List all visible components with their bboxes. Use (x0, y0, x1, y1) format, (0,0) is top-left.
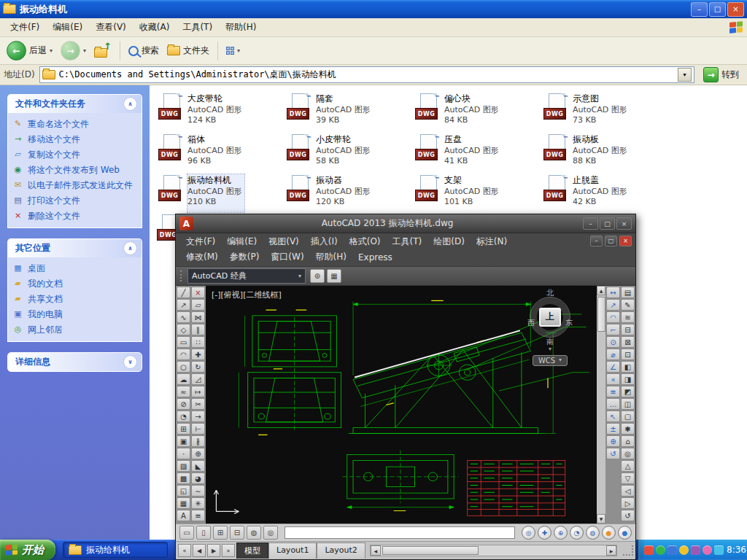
status-polar-tracking[interactable]: ◍ (247, 526, 261, 540)
taskbar-item-folder[interactable]: 振动给料机 (63, 542, 168, 558)
sidebar-item-my-documents[interactable]: ▰ 我的文档 (12, 279, 137, 289)
draw-create-block[interactable]: ▣ (177, 435, 190, 447)
status-ortho-mode[interactable]: ⊟ (230, 526, 244, 540)
modify-blend-curves[interactable]: ∼ (191, 485, 205, 497)
modify-mirror[interactable]: ⋈ (191, 311, 205, 323)
style-layer-states[interactable]: ⊟ (621, 324, 635, 335)
status-snap-mode[interactable]: ▯ (196, 526, 211, 540)
viewcube-top-face[interactable]: 上 (539, 308, 561, 327)
modify-trim[interactable]: ✂ (191, 398, 205, 410)
modify-join[interactable]: ⊕ (191, 448, 205, 459)
style-dim-style[interactable]: ◫ (621, 398, 635, 410)
scroll-right-button[interactable]: ▶ (606, 545, 616, 556)
layout-tab-nav-button[interactable]: ◀ (193, 544, 206, 557)
acad-menu-item[interactable]: 标注(N) (471, 234, 513, 249)
dim-dim-ordinate[interactable]: ⌐ (606, 324, 620, 335)
nav-isolate-objects[interactable]: ● (602, 526, 616, 540)
menu-item[interactable]: 查看(V) (90, 19, 132, 36)
modify-extend[interactable]: → (191, 411, 205, 422)
viewcube-ring[interactable]: 西 上 东 (530, 298, 570, 337)
dim-dim-diameter[interactable]: ⌀ (606, 349, 620, 360)
style-mleader-style[interactable]: ✱ (621, 423, 635, 435)
acad-menu-item[interactable]: 参数(P) (224, 249, 266, 265)
menu-item[interactable]: 帮助(H) (220, 19, 262, 36)
draw-circle[interactable]: ○ (177, 361, 190, 373)
tray-icon[interactable] (679, 545, 689, 555)
scroll-track[interactable] (381, 545, 606, 556)
acad-menu-item[interactable]: 工具(T) (387, 234, 428, 249)
draw-ellipse[interactable]: ⊘ (177, 398, 190, 410)
draw-arc[interactable]: ◠ (177, 349, 190, 360)
draw-revision-cloud[interactable]: ☁ (177, 373, 190, 385)
draw-spline[interactable]: ≈ (177, 386, 190, 397)
style-materials[interactable]: ↺ (621, 510, 635, 521)
clock[interactable]: 8:36 (727, 545, 746, 555)
file-tile[interactable]: ™ DWG 箱体 AutoCAD 图形 96 KB (157, 132, 285, 173)
explorer-minimize-button[interactable]: – (691, 2, 708, 17)
scroll-left-button[interactable]: ◀ (371, 545, 381, 556)
dim-dim-arc-length[interactable]: ◠ (606, 311, 620, 323)
acad-menu-item[interactable]: 窗口(W) (265, 249, 309, 265)
search-button[interactable]: 搜索 (126, 43, 161, 58)
style-layers[interactable]: ≋ (621, 311, 635, 323)
tray-icon[interactable] (644, 545, 654, 555)
modify-erase[interactable]: × (191, 287, 205, 298)
scroll-down-button[interactable]: ▼ (597, 514, 605, 524)
status-object-snap[interactable]: ◎ (263, 526, 278, 540)
file-tile[interactable]: ™ DWG 压盘 AutoCAD 图形 41 KB (414, 132, 542, 173)
acad-doc-minimize-button[interactable]: – (590, 236, 603, 246)
file-tile[interactable]: ™ DWG 偏心块 AutoCAD 图形 84 KB (414, 91, 542, 132)
command-line-input[interactable] (285, 526, 515, 539)
nav-steering-wheel[interactable]: ◎ (522, 526, 535, 540)
style-match-properties[interactable]: ✎ (621, 299, 635, 311)
forward-caret[interactable]: ▾ (83, 47, 86, 54)
sidebar-item-desktop[interactable]: ▦ 桌面 (12, 263, 137, 274)
modify-break-at-point[interactable]: ⊢ (191, 423, 205, 435)
draw-hatch[interactable]: ▨ (177, 460, 190, 472)
details-header[interactable]: 详细信息 ∨ (7, 352, 142, 372)
acad-maximize-button[interactable]: □ (600, 217, 615, 230)
collapse-chevron-icon[interactable]: ∧ (123, 241, 137, 255)
draw-construction-line[interactable]: ↗ (177, 299, 190, 311)
acad-menu-item[interactable]: 绘图(D) (427, 234, 471, 249)
sidebar-item-my-computer[interactable]: ▣ 我的电脑 (12, 309, 137, 320)
acad-doc-close-button[interactable]: × (619, 236, 632, 246)
status-infer-constraints[interactable]: ▭ (179, 526, 194, 540)
autocad-titlebar[interactable]: A AutoCAD 2013 振动给料机.dwg – □ × (176, 214, 635, 233)
acad-workspace-settings[interactable]: ⊛ (310, 269, 325, 283)
acad-menu-item[interactable]: 编辑(E) (221, 234, 263, 249)
nav-show-motion[interactable]: ◍ (586, 526, 600, 540)
nav-pan[interactable]: ✚ (538, 526, 551, 540)
dim-dim-quick[interactable]: « (606, 373, 620, 385)
modify-array[interactable]: ∷ (191, 336, 205, 348)
acad-menu-item[interactable]: 文件(F) (180, 234, 221, 249)
file-tile[interactable]: ™ DWG 支架 AutoCAD 图形 101 KB (414, 173, 542, 214)
horizontal-scrollbar[interactable]: ◀ ▶ (370, 545, 617, 556)
draw-table[interactable]: ▦ (177, 497, 190, 509)
file-tile[interactable]: ™ DWG 振动器 AutoCAD 图形 120 KB (285, 173, 414, 214)
dim-dim-linear[interactable]: ↔ (606, 287, 620, 298)
modify-chamfer[interactable]: ◣ (191, 460, 205, 472)
acad-menu-item[interactable]: 帮助(H) (310, 249, 352, 265)
file-tile[interactable]: ™ DWG 止脱盖 AutoCAD 图形 42 KB (542, 173, 670, 214)
tray-icon[interactable] (667, 545, 677, 555)
sidebar-item-email-this-file[interactable]: ✉ 以电子邮件形式发送此文件 (12, 180, 137, 191)
viewcube[interactable]: 北 西 上 东 南 ▾ WCS ▾ (524, 289, 576, 366)
menu-item[interactable]: 文件(F) (4, 19, 45, 36)
sidebar-item-publish-to-web[interactable]: ◉ 将这个文件发布到 Web (12, 165, 137, 176)
sidebar-item-print-this-file[interactable]: ▤ 打印这个文件 (12, 195, 137, 206)
menu-item[interactable]: 工具(T) (177, 19, 218, 36)
nav-zoom[interactable]: ⊕ (554, 526, 568, 540)
viewport-controls-label[interactable]: [-][俯视][二维线框] (212, 289, 282, 300)
tray-icon[interactable] (656, 545, 665, 555)
wcs-dropdown[interactable]: WCS ▾ (533, 355, 568, 366)
drawing-canvas[interactable]: [-][俯视][二维线框] 北 西 上 东 南 ▾ WCS ▾ (206, 286, 597, 524)
file-tile[interactable]: ™ DWG 隔套 AutoCAD 图形 39 KB (285, 91, 414, 132)
modify-scale[interactable]: ◿ (191, 373, 205, 385)
dim-dim-continue[interactable]: … (606, 398, 620, 410)
modify-rotate[interactable]: ↻ (191, 361, 205, 373)
draw-line[interactable]: ╱ (177, 287, 190, 298)
style-properties[interactable]: ▤ (621, 287, 635, 298)
style-visual-styles[interactable]: ◁ (621, 485, 635, 497)
style-named-views[interactable]: △ (621, 460, 635, 472)
